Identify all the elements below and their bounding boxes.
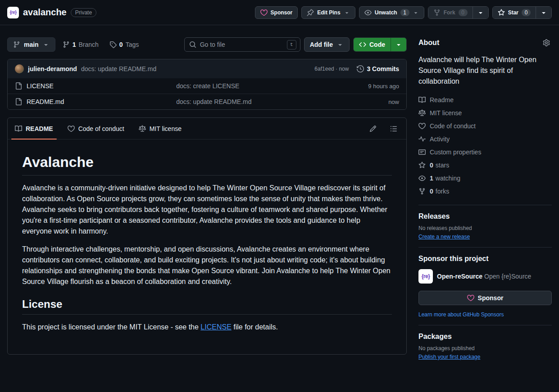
law-icon (418, 109, 426, 117)
license-link[interactable]: LICENSE (200, 323, 231, 331)
file-commit-time: now (388, 99, 399, 105)
sidebar-item-label: forks (436, 188, 449, 195)
repo-header: {re} avalanche Private Sponsor Edit Pins… (0, 0, 559, 25)
latest-commit-bar: julien-deramond docs: update README.md 6… (8, 59, 406, 78)
header-actions: Sponsor Edit Pins Unwatch 1 Fork 0 (255, 6, 552, 19)
branch-selector[interactable]: main (7, 37, 55, 52)
code-button[interactable]: Code (354, 38, 391, 51)
heart-icon (260, 9, 268, 16)
repo-avatar[interactable]: {re} (7, 7, 19, 18)
commit-info: julien-deramond docs: update README.md (15, 64, 156, 73)
file-link[interactable]: README.md (15, 98, 176, 105)
outline-button[interactable] (388, 123, 399, 134)
pin-icon (307, 9, 314, 16)
repo-settings-button[interactable] (541, 37, 552, 48)
sponsor-project-label: Sponsor (478, 294, 504, 302)
sidebar-item-label: MIT license (430, 109, 462, 117)
repo-sidebar: About Avalanche will help The Winter Ope… (418, 37, 552, 367)
fork-button-group: Fork 0 (428, 6, 489, 19)
releases-section: Releases No releases published Create a … (418, 212, 552, 248)
publish-package-link[interactable]: Publish your first package (418, 354, 480, 360)
commit-author-avatar[interactable] (15, 64, 24, 73)
code-dropdown-button[interactable] (391, 38, 406, 51)
current-branch-label: main (24, 41, 39, 48)
sidebar-item-label: Custom properties (430, 149, 481, 156)
fork-icon (418, 188, 426, 195)
history-icon (357, 65, 364, 72)
tab-readme-label: README (26, 125, 53, 132)
git-branch-icon (13, 41, 20, 48)
sponsor-project-button[interactable]: Sponsor (418, 291, 552, 305)
unwatch-button[interactable]: Unwatch 1 (359, 6, 424, 19)
sidebar-item-readme[interactable]: Readme (418, 93, 552, 106)
goto-file-input[interactable] (200, 41, 283, 48)
file-commit-message[interactable]: docs: create LICENSE (176, 82, 368, 90)
forks-count: 0 (430, 188, 433, 195)
commit-hash-time[interactable]: 6af1eed · now (314, 66, 349, 72)
sponsor-button[interactable]: Sponsor (255, 6, 298, 19)
packages-empty-text: No packages published (418, 345, 552, 351)
watching-count: 1 (430, 175, 433, 182)
sidebar-item-activity[interactable]: Activity (418, 132, 552, 145)
readme-content: Avalanche Avalanche is a community-drive… (8, 140, 406, 354)
file-commit-message[interactable]: docs: update README.md (176, 98, 388, 105)
toolbar-left: main 1 Branch 0 Tags (7, 37, 142, 52)
file-name: LICENSE (27, 82, 54, 90)
fork-dropdown-button[interactable] (473, 7, 488, 18)
branches-link[interactable]: 1 Branch (59, 37, 102, 52)
tab-code-of-conduct[interactable]: Code of conduct (60, 118, 132, 139)
chevron-down-icon (477, 9, 484, 16)
org-avatar[interactable]: {re} (418, 269, 433, 284)
pulse-icon (418, 135, 426, 143)
about-title: About (418, 39, 439, 47)
sponsor-org-row: {re} Open-reSource Open {re}Source (418, 269, 552, 284)
list-unordered-icon (390, 125, 397, 132)
sidebar-item-label: watching (436, 175, 460, 182)
fork-button[interactable]: Fork 0 (428, 7, 473, 18)
about-section: About Avalanche will help The Winter Ope… (418, 37, 552, 205)
readme-paragraph: Through interactive challenges, mentorsh… (22, 244, 392, 287)
tab-readme[interactable]: README (8, 118, 60, 139)
sidebar-item-stars[interactable]: 0 stars (418, 158, 552, 171)
readme-header-actions (368, 123, 399, 134)
commit-message-link[interactable]: docs: update README.md (81, 65, 156, 72)
tab-code-of-conduct-label: Code of conduct (78, 125, 124, 132)
watch-count-badge: 1 (400, 9, 409, 16)
star-button[interactable]: Star 0 (493, 7, 536, 18)
star-count-badge: 0 (522, 9, 531, 16)
license-heading: License (22, 298, 392, 315)
about-header: About (418, 37, 552, 48)
add-file-label: Add file (310, 41, 333, 48)
learn-more-sponsors-link[interactable]: Learn more about GitHub Sponsors (418, 311, 504, 318)
add-file-button[interactable]: Add file (304, 37, 350, 52)
sidebar-item-custom-properties[interactable]: Custom properties (418, 145, 552, 158)
readme-box: README Code of conduct MIT license (7, 117, 407, 355)
fork-label: Fork (444, 9, 455, 16)
chevron-down-icon (540, 9, 547, 16)
fork-icon (433, 9, 441, 16)
tags-link[interactable]: 0 Tags (106, 37, 142, 52)
license-text-before: This project is licensed under the MIT L… (22, 323, 200, 331)
commit-history-link[interactable]: 3 Commits (357, 65, 399, 72)
commit-author-link[interactable]: julien-deramond (28, 65, 77, 72)
search-icon (189, 41, 196, 48)
org-login[interactable]: Open-reSource (437, 273, 482, 280)
tab-mit-license[interactable]: MIT license (132, 118, 189, 139)
sidebar-item-watching[interactable]: 1 watching (418, 171, 552, 185)
book-icon (15, 125, 22, 132)
edit-pins-button[interactable]: Edit Pins (301, 6, 355, 19)
readme-header: README Code of conduct MIT license (8, 118, 406, 140)
sidebar-item-forks[interactable]: 0 forks (418, 185, 552, 198)
file-name: README.md (27, 98, 64, 105)
edit-readme-button[interactable] (368, 123, 378, 134)
file-link[interactable]: LICENSE (15, 82, 176, 90)
sidebar-item-license[interactable]: MIT license (418, 106, 552, 119)
commit-meta-group: 6af1eed · now 3 Commits (314, 65, 399, 72)
create-release-link[interactable]: Create a new release (418, 234, 470, 240)
about-description: Avalanche will help The Winter Open Sour… (418, 54, 552, 87)
sponsor-button-label: Sponsor (271, 9, 293, 16)
repo-name-link[interactable]: avalanche (23, 7, 67, 18)
star-dropdown-button[interactable] (536, 7, 551, 18)
sidebar-item-code-of-conduct[interactable]: Code of conduct (418, 119, 552, 132)
sidebar-item-label: stars (436, 162, 449, 169)
